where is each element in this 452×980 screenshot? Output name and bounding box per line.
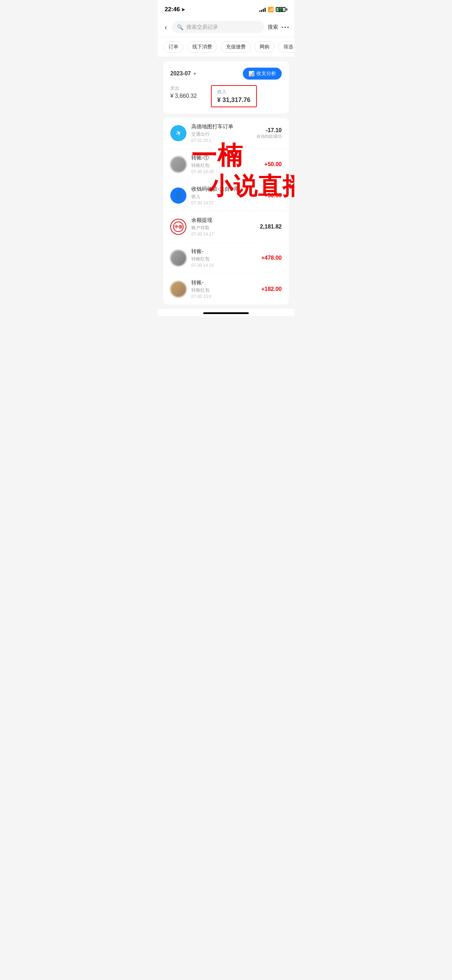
search-bar: ‹ 🔍 搜索交易记录 搜索 — [158, 18, 294, 37]
bank-logo: 中信 — [173, 221, 184, 232]
transaction-info: 余额提现 账户存取 07-30 14:17 — [191, 217, 255, 237]
location-arrow-icon: ➤ — [181, 7, 185, 12]
tab-online[interactable]: 网购 — [255, 41, 275, 52]
tx-time: 07-31 20:1 — [191, 138, 251, 143]
tx-time: 07-30 16:45 — [191, 169, 259, 174]
tx-amount: +478.00 — [261, 255, 282, 261]
search-input-wrap[interactable]: 🔍 搜索交易记录 — [172, 21, 264, 33]
search-placeholder: 搜索交易记录 — [186, 24, 218, 30]
status-icons: 📶 98 — [259, 7, 287, 12]
tab-filter[interactable]: 筛选 ▼ — [278, 41, 294, 52]
tx-amount: +182.00 — [261, 286, 282, 292]
filter-tabs: 订单 线下消费 充值缴费 网购 筛选 ▼ — [158, 37, 294, 57]
tab-recharge[interactable]: 充值缴费 — [221, 41, 251, 52]
tx-title: 余额提现 — [191, 217, 255, 224]
transaction-section: 一楠 小说直播 高德地图打车订单 交通出行 07-31 20:1 -17.10 … — [163, 118, 289, 305]
status-time: 22:46 ➤ — [165, 6, 185, 13]
tx-amount: +50.00 — [264, 161, 282, 167]
tx-subtitle: 交通出行 — [191, 131, 251, 137]
search-button[interactable]: 搜索 — [268, 24, 278, 30]
wifi-icon: 📶 — [268, 7, 274, 12]
summary-amounts: 支出 ¥ 3,660.32 收入 ¥ 31,317.76 — [170, 85, 282, 107]
more-button[interactable] — [282, 27, 289, 28]
table-row[interactable]: 转账- 转账红包 07-30 14:14 +478.00 — [163, 243, 289, 274]
transaction-info: 转账- 转账红包 07-30 13:0 — [191, 279, 256, 299]
main-content: 2023-07 ▼ 📊 收支分析 支出 ¥ 3,660.32 收入 ¥ 31,3… — [158, 57, 294, 309]
battery-icon: 98 — [276, 7, 287, 12]
month-dropdown-icon: ▼ — [193, 72, 197, 76]
tx-amount: +50.00 — [264, 192, 282, 199]
tx-amount: 2,181.82 — [260, 224, 282, 230]
tx-subtitle: 账户存取 — [191, 225, 255, 231]
avatar: 中信 — [170, 219, 186, 235]
back-button[interactable]: ‹ — [163, 22, 169, 33]
avatar — [170, 250, 186, 266]
tx-title: 转账- — [191, 248, 256, 255]
tx-title: 转账- — [191, 279, 256, 286]
table-row[interactable]: 转账- 转账红包 07-30 13:0 +182.00 — [163, 274, 289, 305]
summary-header: 2023-07 ▼ 📊 收支分析 — [170, 68, 282, 80]
tx-time: 07-30 14:14 — [191, 263, 256, 268]
tx-title: 转账-① — [191, 154, 259, 161]
table-row[interactable]: 收钱码收款-来自**雨 收入 07-30 14:27 +50.00 — [163, 180, 289, 212]
table-row[interactable]: 中信 余额提现 账户存取 07-30 14:17 2,181.82 — [163, 212, 289, 243]
tx-time: 07-30 14:27 — [191, 200, 259, 205]
table-row[interactable]: 转账-① 转账红包 07-30 16:45 +50.00 — [163, 149, 289, 180]
tx-subtitle: 转账红包 — [191, 287, 256, 293]
tab-offline[interactable]: 线下消费 — [187, 41, 217, 52]
month-text: 2023-07 — [170, 70, 191, 77]
income-amount: 收入 ¥ 31,317.76 — [211, 85, 257, 107]
transaction-info: 转账-① 转账红包 07-30 16:45 — [191, 154, 259, 174]
tx-subtitle: 转账红包 — [191, 162, 259, 169]
tx-title: 高德地图打车订单 — [191, 123, 251, 130]
status-bar: 22:46 ➤ 📶 98 — [158, 0, 294, 18]
analysis-button[interactable]: 📊 收支分析 — [243, 68, 282, 80]
month-selector[interactable]: 2023-07 ▼ — [170, 70, 197, 77]
home-indicator — [158, 309, 294, 316]
avatar — [170, 125, 186, 141]
tab-order[interactable]: 订单 — [163, 41, 184, 52]
table-row[interactable]: 高德地图打车订单 交通出行 07-31 20:1 -17.10 自动扣款成功 — [163, 118, 289, 149]
transaction-info: 高德地图打车订单 交通出行 07-31 20:1 — [191, 123, 251, 143]
tx-time: 07-30 13:0 — [191, 294, 256, 299]
home-bar — [203, 312, 249, 314]
tx-amount: -17.10 自动扣款成功 — [256, 127, 282, 140]
transaction-list: 高德地图打车订单 交通出行 07-31 20:1 -17.10 自动扣款成功 转… — [163, 118, 289, 305]
chart-icon: 📊 — [248, 71, 255, 76]
signal-icon — [259, 7, 266, 12]
transaction-info: 转账- 转账红包 07-30 14:14 — [191, 248, 256, 268]
avatar — [170, 188, 186, 204]
tx-subtitle: 转账红包 — [191, 256, 256, 262]
summary-card: 2023-07 ▼ 📊 收支分析 支出 ¥ 3,660.32 收入 ¥ 31,3… — [163, 61, 289, 114]
avatar — [170, 156, 186, 172]
search-icon: 🔍 — [177, 24, 184, 30]
transaction-info: 收钱码收款-来自**雨 收入 07-30 14:27 — [191, 186, 259, 205]
time-display: 22:46 — [165, 6, 180, 13]
tx-subtitle: 收入 — [191, 194, 259, 200]
tx-time: 07-30 14:17 — [191, 232, 255, 237]
tx-title: 收钱码收款-来自**雨 — [191, 186, 259, 192]
avatar — [170, 281, 186, 297]
expenditure-amount: 支出 ¥ 3,660.32 — [170, 85, 197, 107]
